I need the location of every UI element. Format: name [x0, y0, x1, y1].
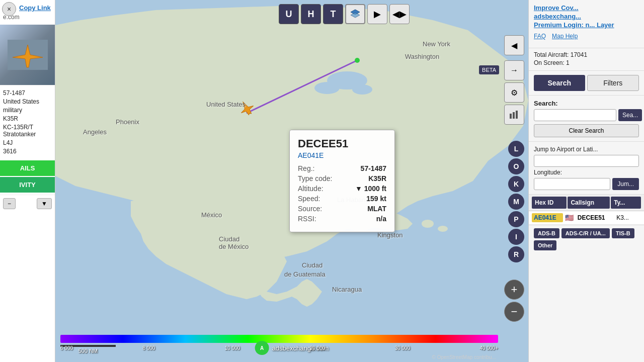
jump-button[interactable]: Jum...: [612, 178, 639, 190]
search-section: Search: Sea... Clear Search: [529, 96, 644, 142]
popup-source-row: Source: MLAT: [298, 205, 386, 213]
reg-value-popup: 57-1487: [361, 164, 386, 172]
map-right-buttons: → ⚙: [504, 60, 524, 125]
scroll-down-button[interactable]: ▼: [37, 198, 52, 209]
nav-toggle-button[interactable]: ◀▶: [389, 4, 410, 24]
login-button[interactable]: →: [504, 60, 524, 80]
td-hex-id: AE041E: [532, 213, 563, 222]
beta-badge: BETA: [479, 65, 499, 74]
zoom-in-button[interactable]: +: [504, 280, 524, 300]
btn-u[interactable]: U: [279, 4, 299, 24]
on-screen-label: On Screen:: [534, 59, 565, 66]
search-input-row: Sea...: [534, 109, 639, 121]
right-links-row: FAQ Map Help: [534, 33, 639, 40]
faq-link[interactable]: FAQ: [534, 33, 546, 40]
nav-m-button[interactable]: M: [508, 194, 524, 210]
map-area[interactable]: United States New York Washington Phoeni…: [55, 0, 528, 362]
alt-label-6k: 6 000: [60, 345, 73, 351]
search-input[interactable]: [534, 109, 616, 121]
nav-right-button[interactable]: ▶: [367, 4, 387, 24]
svg-rect-13: [516, 111, 518, 119]
search-tab-button[interactable]: Search: [534, 75, 585, 91]
tisb-badge[interactable]: TIS-B: [612, 228, 634, 238]
adsb-badge[interactable]: ADS-B: [534, 228, 559, 238]
popup-speed-row: Speed: 159 kt: [298, 195, 386, 203]
alt-arrow: ▼: [355, 185, 362, 193]
nav-p-button[interactable]: P: [508, 211, 524, 227]
right-stats: Total Aircraft: 17041 On Screen: 1: [529, 48, 644, 71]
map-help-link[interactable]: Map Help: [552, 33, 578, 40]
nav-k-button[interactable]: K: [508, 176, 524, 192]
jump-section: Jump to Airport or Lati... Longitude: Ju…: [529, 142, 644, 195]
btn-h[interactable]: H: [301, 4, 321, 24]
squawk-value: L4J: [3, 139, 52, 146]
table-body: AE041E 🇺🇸 DECEE51 K3...: [529, 211, 644, 225]
total-aircraft-row: Total Aircraft: 17041: [534, 51, 639, 58]
nav-i-button[interactable]: I: [508, 229, 524, 245]
full-type-value: KC-135R/T Stratotanker: [3, 124, 52, 138]
right-header: Improve Cov... adsbexchang... Premium Lo…: [529, 0, 644, 48]
rssi-value-popup: n/a: [376, 215, 386, 223]
reg-label: Reg.:: [298, 164, 314, 172]
svg-point-5: [314, 82, 340, 94]
aircraft-data-block: 57-1487 United States military K35R KC-1…: [0, 85, 55, 160]
svg-point-8: [355, 58, 360, 63]
login-icon: →: [510, 66, 518, 75]
on-screen-row: On Screen: 1: [534, 59, 639, 66]
stats-button[interactable]: [504, 105, 524, 125]
table-row[interactable]: AE041E 🇺🇸 DECEE51 K3...: [529, 211, 644, 225]
filters-button[interactable]: Filters: [587, 75, 639, 91]
alt-val: 1000 ft: [364, 185, 386, 193]
td-type: K3...: [614, 213, 641, 223]
search-filters-buttons: Search Filters: [529, 71, 644, 96]
reg-value: 57-1487: [3, 89, 52, 97]
activity-button[interactable]: IVITY: [0, 177, 55, 193]
latitude-input[interactable]: [534, 155, 639, 167]
on-screen-value: 1: [566, 59, 570, 66]
jump-row: Jum...: [534, 178, 639, 190]
close-icon: ×: [7, 5, 11, 13]
aircraft-image: [0, 25, 55, 85]
color-bar-labels: 6 000 8 000 10 000 20 000 30 000 40 000+: [60, 345, 498, 351]
th-type[interactable]: Ty...: [611, 197, 641, 209]
adsbexchange-link[interactable]: adsbexchang...: [534, 13, 639, 20]
alt-label-30k: 30 000: [395, 345, 411, 351]
search-label: Search:: [534, 100, 639, 107]
th-hex-id[interactable]: Hex ID: [532, 197, 567, 209]
close-button[interactable]: ×: [2, 2, 16, 16]
layers-button[interactable]: [345, 4, 365, 24]
speed-value-popup: 159 kt: [366, 195, 386, 203]
nav-o-button[interactable]: O: [508, 158, 524, 174]
source-badges: ADS-B ADS-C/R / UA... TIS-B Other: [529, 225, 644, 253]
settings-icon: ⚙: [511, 88, 518, 98]
settings-button[interactable]: ⚙: [504, 82, 524, 103]
svg-point-2: [422, 220, 434, 228]
alt-label-8k: 8 000: [142, 345, 155, 351]
longitude-input[interactable]: [534, 178, 610, 190]
popup-type-row: Type code: K35R: [298, 174, 386, 183]
speed-label: Speed:: [298, 195, 320, 203]
other-badge[interactable]: Other: [534, 240, 556, 250]
details-button[interactable]: AILS: [0, 160, 55, 176]
th-callsign[interactable]: Callsign: [568, 197, 610, 209]
popup-hex: AE041E: [298, 151, 386, 159]
svg-rect-12: [513, 112, 515, 119]
popup-alt-row: Altitude: ▼ 1000 ft: [298, 185, 386, 193]
collapse-button[interactable]: ◀: [504, 35, 524, 55]
svg-point-6: [352, 84, 372, 95]
premium-login-link[interactable]: Premium Login: n... Layer: [534, 21, 639, 29]
minus-button[interactable]: −: [3, 198, 16, 209]
svg-rect-11: [510, 114, 512, 119]
map-toolbar: U H T ▶ ◀▶: [279, 4, 410, 24]
left-panel: × Copy Link e.com 57-1487 United States …: [0, 0, 55, 362]
td-flag: 🇺🇸: [565, 214, 574, 222]
btn-t[interactable]: T: [323, 4, 343, 24]
zoom-out-button[interactable]: −: [504, 302, 524, 322]
aircraft-popup: DECEE51 AE041E Reg.: 57-1487 Type code: …: [289, 130, 395, 232]
nav-l-button[interactable]: L: [508, 141, 524, 157]
clear-search-button[interactable]: Clear Search: [534, 124, 639, 137]
search-button[interactable]: Sea...: [618, 109, 642, 121]
nav-r-button[interactable]: R: [508, 246, 524, 262]
improve-coverage-link[interactable]: Improve Cov...: [534, 4, 639, 12]
adsc-badge[interactable]: ADS-C/R / UA...: [561, 228, 610, 238]
